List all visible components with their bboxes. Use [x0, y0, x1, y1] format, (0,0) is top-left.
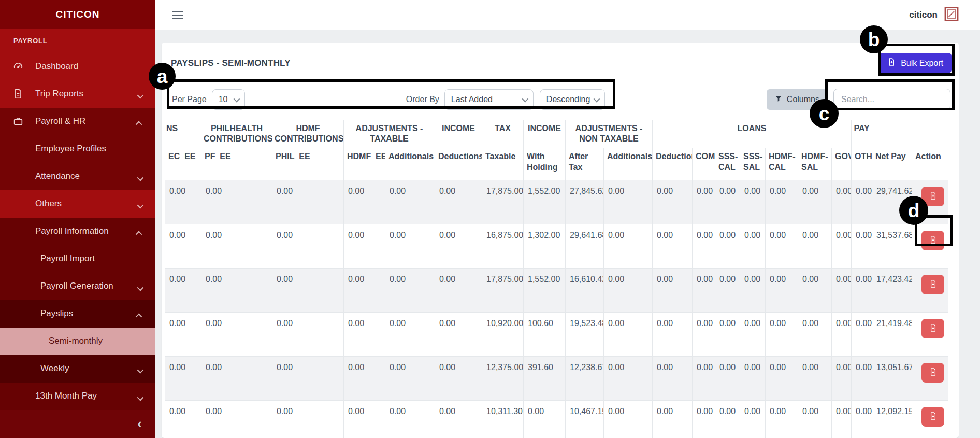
row-export-button[interactable]: [921, 231, 944, 250]
table-cell: 0.00: [832, 224, 852, 269]
company-logo-icon[interactable]: [944, 6, 959, 24]
table-row: 0.000.000.000.000.000.0017,875.001,552.0…: [165, 180, 948, 224]
table-cell: 0.00: [653, 357, 693, 401]
table-cell: 0.00: [740, 401, 766, 438]
chevron-down-icon: [137, 92, 144, 99]
table-cell: 0.00: [740, 357, 766, 401]
chevron-down-icon: [137, 285, 144, 291]
table-cell: 12,092.15: [872, 401, 912, 438]
table-group-header: HDMF CONTRIBUTIONS: [272, 120, 344, 148]
table-cell: 31,537.68: [872, 224, 912, 269]
table-cell: 0.00: [653, 269, 693, 313]
sidebar-item-attendance[interactable]: Attendance: [0, 163, 155, 190]
columns-button[interactable]: Columns: [767, 89, 827, 110]
app-root: CITICON PAYROLL DashboardTrip ReportsPay…: [0, 0, 980, 438]
row-export-button[interactable]: [921, 319, 944, 338]
table-cell: 0.00: [272, 224, 344, 269]
table-cell: 1,302.00: [524, 224, 566, 269]
table-cell: 16,610.42: [566, 269, 604, 313]
order-field-select[interactable]: Last Added: [444, 89, 534, 110]
sidebar-collapse-bar[interactable]: ‹: [0, 410, 155, 438]
row-export-button[interactable]: [921, 407, 944, 427]
sidebar-item-payslips[interactable]: Payslips: [0, 300, 155, 328]
table-cell: 17,875.00: [482, 269, 524, 313]
table-cell: 0.00: [832, 401, 852, 438]
chevron-up-icon: [136, 121, 142, 128]
table-column-header: HDMF-SAL: [798, 148, 832, 180]
menu-toggle-icon[interactable]: [172, 9, 183, 21]
chevron-down-icon: [593, 95, 600, 102]
sidebar-item-semi-monthly[interactable]: Semi-monthly: [0, 328, 155, 355]
table-cell: 0.00: [604, 224, 653, 269]
table-group-header: ADJUSTMENTS - NON TAXABLE: [566, 120, 653, 148]
table-cell: 0.00: [798, 357, 832, 401]
table-cell: 0.00: [693, 313, 715, 357]
sidebar: CITICON PAYROLL DashboardTrip ReportsPay…: [0, 0, 155, 438]
sidebar-item-payroll-information[interactable]: Payroll Information: [0, 218, 155, 245]
table-cell: 0.00: [715, 357, 740, 401]
table-cell: 12,375.00: [482, 357, 524, 401]
table-cell: 0.00: [435, 269, 482, 313]
order-by-label: Order By: [406, 95, 439, 104]
sidebar-item-weekly[interactable]: Weekly: [0, 355, 155, 383]
order-direction-select[interactable]: Descending: [540, 89, 605, 110]
table-cell: 0.00: [344, 401, 385, 438]
row-export-button[interactable]: [921, 363, 944, 383]
table-cell: 0.00: [435, 224, 482, 269]
table-cell: 0.00: [693, 357, 715, 401]
search-input[interactable]: [833, 89, 950, 110]
topbar-right: citicon: [909, 6, 959, 24]
table-cell: 0.00: [344, 180, 385, 224]
table-cell: 0.00: [344, 224, 385, 269]
table-group-header: NS: [165, 120, 201, 148]
table-cell: 0.00: [740, 224, 766, 269]
table-cell: 21,419.48: [872, 313, 912, 357]
table-cell: 1,552.00: [524, 269, 566, 313]
sidebar-item-employee-profiles[interactable]: Employee Profiles: [0, 135, 155, 163]
table-cell: 0.00: [201, 180, 272, 224]
table-cell: 16,875.00: [482, 224, 524, 269]
table-cell: 0.00: [272, 401, 344, 438]
table-cell: 0.00: [201, 313, 272, 357]
sidebar-item-payroll-import[interactable]: Payroll Import: [0, 245, 155, 273]
sidebar-item-label: Payroll Import: [40, 253, 95, 264]
sidebar-item-payroll-generation[interactable]: Payroll Generation: [0, 273, 155, 300]
table-cell: 0.00: [165, 401, 201, 438]
sidebar-item-label: Others: [35, 199, 62, 209]
sidebar-item-dashboard[interactable]: Dashboard: [0, 53, 155, 80]
table-cell: 0.00: [344, 269, 385, 313]
table-cell: 0.00: [852, 401, 872, 438]
table-cell: 0.00: [852, 180, 872, 224]
row-export-button[interactable]: [921, 187, 944, 206]
sidebar-item-others[interactable]: Others: [0, 190, 155, 218]
table-cell: 1,552.00: [524, 180, 566, 224]
sidebar-item-trip-reports[interactable]: Trip Reports: [0, 80, 155, 108]
table-column-header: Additionals: [604, 148, 653, 180]
table-cell: 0.00: [165, 224, 201, 269]
chevron-left-icon[interactable]: ‹: [137, 416, 142, 432]
sidebar-item-payroll-hr[interactable]: Payroll & HR: [0, 108, 155, 135]
table-cell: 0.00: [604, 401, 653, 438]
table-cell: 0.00: [715, 269, 740, 313]
sidebar-item-label: Weekly: [40, 363, 69, 374]
main-area: citicon PAYSLIPS - SEMI-MONTHLY: [155, 0, 980, 438]
table-cell: 0.00: [653, 313, 693, 357]
bulk-export-button[interactable]: Bulk Export: [879, 53, 952, 73]
table-cell: 0.00: [852, 269, 872, 313]
table-cell: 0.00: [201, 224, 272, 269]
per-page-select[interactable]: 10: [212, 89, 245, 110]
table-column-header: Net Pay: [872, 148, 912, 180]
table-cell: 0.00: [832, 357, 852, 401]
table-cell: 0.00: [766, 180, 798, 224]
topbar: citicon: [155, 0, 980, 30]
file-download-icon: [887, 58, 896, 68]
sidebar-item-13th-month-pay[interactable]: 13th Month Pay: [0, 383, 155, 410]
table-column-header: OTH: [852, 148, 872, 180]
table-cell: 0.00: [435, 357, 482, 401]
sidebar-item-label: Payroll Generation: [40, 281, 113, 291]
row-export-button[interactable]: [921, 275, 944, 294]
sidebar-item-label: 13th Month Pay: [35, 391, 97, 401]
dashboard-icon: [12, 61, 24, 72]
document-icon: [12, 88, 24, 100]
chevron-down-icon: [137, 367, 144, 374]
